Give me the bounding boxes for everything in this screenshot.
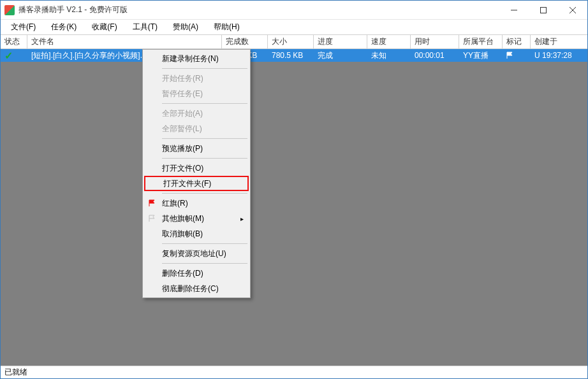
ctx-new-task[interactable]: 新建录制任务(N) bbox=[144, 51, 249, 66]
ctx-red-flag[interactable]: 红旗(R) bbox=[144, 196, 249, 211]
separator bbox=[162, 68, 247, 69]
menu-favorites[interactable]: 收藏(F) bbox=[84, 20, 124, 34]
close-button[interactable] bbox=[558, 1, 587, 20]
column-platform[interactable]: 所属平台 bbox=[459, 35, 503, 48]
title-bar: 播客录播助手 V2.1 - 免费许可版 bbox=[1, 1, 587, 20]
check-icon: ✓ bbox=[4, 50, 13, 62]
separator bbox=[162, 138, 247, 139]
minimize-button[interactable] bbox=[499, 1, 529, 20]
flag-icon bbox=[506, 52, 514, 59]
menu-bar: 文件(F) 任务(K) 收藏(F) 工具(T) 赞助(A) 帮助(H) bbox=[1, 20, 587, 35]
maximize-icon bbox=[540, 7, 547, 13]
menu-sponsor[interactable]: 赞助(A) bbox=[165, 20, 206, 34]
speed-cell: 未知 bbox=[367, 49, 411, 62]
separator bbox=[162, 263, 247, 264]
created-cell: U 19:37:28 bbox=[531, 49, 587, 62]
status-bar: 已就绪 bbox=[1, 366, 587, 378]
ctx-open-file[interactable]: 打开文件(O) bbox=[144, 161, 249, 176]
ctx-open-folder[interactable]: 打开文件夹(F) bbox=[144, 176, 249, 191]
ctx-copy-url[interactable]: 复制资源页地址(U) bbox=[144, 246, 249, 261]
ctx-cancel-flag[interactable]: 取消旗帜(B) bbox=[144, 226, 249, 241]
progress-cell: 完成 bbox=[314, 49, 367, 62]
menu-file[interactable]: 文件(F) bbox=[3, 20, 43, 34]
svg-rect-1 bbox=[541, 7, 547, 13]
separator bbox=[162, 243, 247, 244]
column-speed[interactable]: 速度 bbox=[367, 35, 411, 48]
table-body: ✓ [短拍].[白久].[白久分享的小视频].[20170424195… 780… bbox=[1, 49, 587, 366]
ctx-pause-task: 暂停任务(E) bbox=[144, 86, 249, 101]
ctx-pause-all: 全部暂停(L) bbox=[144, 121, 249, 136]
menu-tools[interactable]: 工具(T) bbox=[125, 20, 165, 34]
flag-outline-icon bbox=[148, 215, 156, 222]
flag-cell bbox=[503, 49, 531, 62]
table-row[interactable]: ✓ [短拍].[白久].[白久分享的小视频].[20170424195… 780… bbox=[1, 49, 587, 62]
minimize-icon bbox=[511, 7, 517, 13]
red-flag-icon bbox=[148, 199, 156, 207]
menu-help[interactable]: 帮助(H) bbox=[206, 20, 247, 34]
status-text: 已就绪 bbox=[4, 367, 27, 378]
column-size[interactable]: 大小 bbox=[268, 35, 314, 48]
column-completed[interactable]: 完成数 bbox=[222, 35, 268, 48]
ctx-red-flag-label: 红旗(R) bbox=[162, 198, 188, 209]
separator bbox=[162, 103, 247, 104]
ctx-start-all: 全部开始(A) bbox=[144, 106, 249, 121]
status-cell: ✓ bbox=[1, 49, 27, 62]
ctx-preview[interactable]: 预览播放(P) bbox=[144, 141, 249, 156]
maximize-button[interactable] bbox=[529, 1, 558, 20]
ctx-delete-forever[interactable]: 彻底删除任务(C) bbox=[144, 281, 249, 296]
window-title: 播客录播助手 V2.1 - 免费许可版 bbox=[18, 4, 128, 15]
ctx-start-task: 开始任务(R) bbox=[144, 71, 249, 86]
menu-task[interactable]: 任务(K) bbox=[43, 20, 84, 34]
ctx-other-flags[interactable]: 其他旗帜(M) bbox=[144, 211, 249, 226]
app-icon bbox=[4, 5, 15, 15]
size-cell: 780.5 KB bbox=[268, 49, 314, 62]
column-created[interactable]: 创建于 bbox=[531, 35, 587, 48]
close-icon bbox=[570, 7, 576, 13]
separator bbox=[162, 193, 247, 194]
platform-cell: YY直播 bbox=[459, 49, 503, 62]
separator bbox=[162, 158, 247, 159]
ctx-delete-task[interactable]: 删除任务(D) bbox=[144, 266, 249, 281]
column-elapsed[interactable]: 用时 bbox=[411, 35, 459, 48]
table-header: 状态 文件名 完成数 大小 进度 速度 用时 所属平台 标记 创建于 bbox=[1, 35, 587, 49]
column-status[interactable]: 状态 bbox=[1, 35, 27, 48]
elapsed-cell: 00:00:01 bbox=[411, 49, 459, 62]
context-menu: 新建录制任务(N) 开始任务(R) 暂停任务(E) 全部开始(A) 全部暂停(L… bbox=[142, 49, 251, 298]
column-progress[interactable]: 进度 bbox=[314, 35, 367, 48]
ctx-other-flags-label: 其他旗帜(M) bbox=[162, 213, 204, 224]
column-filename[interactable]: 文件名 bbox=[27, 35, 222, 48]
column-flag[interactable]: 标记 bbox=[503, 35, 531, 48]
